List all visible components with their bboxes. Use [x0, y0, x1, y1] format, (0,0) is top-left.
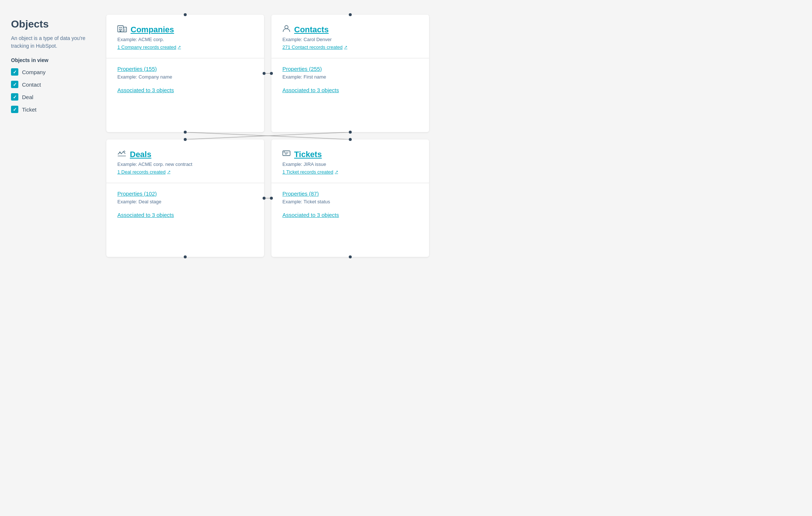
contacts-prop-example: Example: First name — [282, 74, 418, 80]
svg-point-14 — [119, 152, 121, 153]
companies-divider — [106, 58, 264, 58]
deals-icon — [117, 149, 126, 159]
svg-rect-8 — [121, 29, 122, 30]
contacts-dot-top — [349, 13, 352, 16]
svg-rect-5 — [119, 27, 120, 28]
tickets-associated-link[interactable]: Associated to 3 objects — [282, 212, 339, 218]
deals-prop-example: Example: Deal stage — [117, 199, 253, 204]
contacts-divider — [271, 58, 429, 58]
contacts-records-link[interactable]: 271 Contact records created ↗ — [282, 44, 418, 50]
contact-label: Contact — [22, 81, 41, 88]
tickets-title[interactable]: Tickets — [294, 150, 322, 159]
deals-properties-link[interactable]: Properties (102) — [117, 190, 253, 197]
deal-checkbox[interactable] — [11, 93, 18, 101]
deals-header: Deals — [117, 150, 253, 159]
company-label: Company — [22, 69, 45, 75]
tickets-card: Tickets Example: JIRA issue 1 Ticket rec… — [271, 139, 429, 257]
svg-rect-6 — [121, 27, 122, 28]
sidebar-description: An object is a type of data you're track… — [11, 34, 92, 50]
contacts-example: Example: Carol Denver — [282, 37, 418, 42]
contacts-associated-link[interactable]: Associated to 3 objects — [282, 87, 339, 93]
contacts-dot-bottom — [349, 131, 352, 134]
contacts-external-icon: ↗ — [344, 45, 347, 50]
company-checkbox[interactable] — [11, 68, 18, 76]
tickets-properties-link[interactable]: Properties (87) — [282, 190, 418, 197]
deals-records-link[interactable]: 1 Deal records created ↗ — [117, 169, 253, 175]
companies-dot-bottom — [184, 131, 187, 134]
page-title: Objects — [11, 18, 92, 30]
tickets-divider — [271, 183, 429, 183]
tickets-prop-example: Example: Ticket status — [282, 199, 418, 204]
tickets-icon — [282, 149, 290, 159]
svg-rect-9 — [120, 30, 121, 32]
svg-rect-12 — [124, 30, 125, 31]
sidebar-section-title: Objects in view — [11, 57, 92, 63]
sidebar-item-contact[interactable]: Contact — [11, 81, 92, 88]
deals-external-icon: ↗ — [167, 170, 171, 174]
tickets-dot-top — [349, 138, 352, 141]
companies-title[interactable]: Companies — [131, 25, 174, 34]
cards-grid: Companies Example: ACME corp. 1 Company … — [106, 15, 429, 257]
companies-dot-top — [184, 13, 187, 16]
deals-dot-bottom — [184, 255, 187, 258]
companies-example: Example: ACME corp. — [117, 37, 253, 42]
tickets-external-icon: ↗ — [335, 170, 338, 174]
contacts-header: Contacts — [282, 25, 418, 34]
sidebar: Objects An object is a type of data you'… — [11, 15, 92, 330]
sidebar-item-company[interactable]: Company — [11, 68, 92, 76]
deal-label: Deal — [22, 94, 33, 100]
deals-title[interactable]: Deals — [130, 150, 151, 159]
companies-card: Companies Example: ACME corp. 1 Company … — [106, 15, 264, 132]
tickets-header: Tickets — [282, 150, 418, 159]
svg-rect-7 — [119, 29, 120, 30]
companies-external-icon: ↗ — [178, 45, 181, 50]
companies-records-link[interactable]: 1 Company records created ↗ — [117, 44, 253, 50]
companies-icon — [117, 24, 127, 34]
tickets-dot-left — [270, 197, 273, 200]
tickets-records-link[interactable]: 1 Ticket records created ↗ — [282, 169, 418, 175]
contacts-properties-link[interactable]: Properties (255) — [282, 66, 418, 72]
deals-associated-link[interactable]: Associated to 3 objects — [117, 212, 174, 218]
svg-rect-11 — [124, 29, 125, 30]
tickets-example: Example: JIRA issue — [282, 161, 418, 167]
contacts-dot-left — [270, 72, 273, 75]
companies-associated-link[interactable]: Associated to 3 objects — [117, 87, 174, 93]
deals-dot-top — [184, 138, 187, 141]
deals-card: Deals Example: ACME corp. new contract 1… — [106, 139, 264, 257]
tickets-dot-bottom — [349, 255, 352, 258]
sidebar-item-ticket[interactable]: Ticket — [11, 106, 92, 113]
contacts-title[interactable]: Contacts — [294, 25, 329, 34]
companies-dot-right — [263, 72, 266, 75]
deals-divider — [106, 183, 264, 183]
contact-checkbox[interactable] — [11, 81, 18, 88]
main-diagram: Companies Example: ACME corp. 1 Company … — [106, 15, 429, 330]
diagram-area: Companies Example: ACME corp. 1 Company … — [106, 15, 429, 330]
ticket-checkbox[interactable] — [11, 106, 18, 113]
companies-properties-link[interactable]: Properties (155) — [117, 66, 253, 72]
contacts-card: Contacts Example: Carol Denver 271 Conta… — [271, 15, 429, 132]
companies-header: Companies — [117, 25, 253, 34]
deals-example: Example: ACME corp. new contract — [117, 161, 253, 167]
contacts-icon — [282, 24, 290, 34]
ticket-label: Ticket — [22, 106, 36, 113]
deals-dot-right — [263, 197, 266, 200]
sidebar-item-deal[interactable]: Deal — [11, 93, 92, 101]
companies-prop-example: Example: Company name — [117, 74, 253, 80]
